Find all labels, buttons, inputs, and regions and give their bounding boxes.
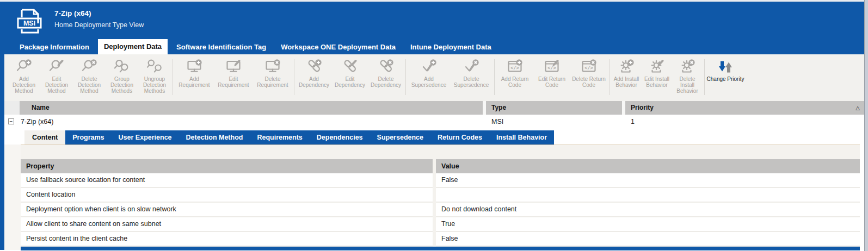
view-subtitle: Home Deployment Type View [54, 21, 144, 29]
property-value-cell[interactable]: False [436, 173, 860, 188]
grid-corner-cell [4, 101, 20, 115]
deployment-type-view-window: MSI 7-Zip (x64) Home Deployment Type Vie… [0, 0, 868, 251]
gear-delete-icon [679, 59, 695, 75]
button-label: Delete Install Behavior [672, 76, 703, 94]
svg-text:</>: </> [584, 66, 593, 71]
sort-ascending-icon[interactable]: △ [855, 101, 860, 115]
button-label: Add Dependency [296, 76, 332, 88]
button-label: Edit Install Behavior [642, 76, 672, 88]
subtab-install-behavior[interactable]: Install Behavior [489, 130, 554, 145]
button-label: Add Install Behavior [611, 76, 642, 88]
property-name-cell: Deployment option when client is on slow… [21, 203, 433, 217]
edit-install-behavior-button[interactable]: Edit Install Behavior [642, 58, 672, 88]
button-label: Group Detection Methods [106, 76, 138, 94]
edit-detection-method-button[interactable]: Edit Detection Method [40, 58, 73, 94]
subtab-requirements[interactable]: Requirements [250, 130, 309, 145]
property-row[interactable]: Persist content in the client cache Fals… [21, 232, 860, 247]
deployment-type-row[interactable]: − 7-Zip (x64) MSI 1 [4, 115, 864, 129]
column-header-priority[interactable]: Priority △ [625, 101, 864, 115]
monitor-add-icon [186, 59, 202, 75]
msi-file-icon: MSI [15, 8, 44, 37]
add-dependency-button[interactable]: Add Dependency [296, 58, 332, 88]
property-value-cell[interactable]: Do not download content [436, 203, 860, 217]
delete-install-behavior-button[interactable]: Delete Install Behavior [672, 58, 703, 94]
button-label: Delete Detection Method [73, 76, 106, 94]
svg-text:</>: </> [510, 66, 519, 71]
subtab-dependencies[interactable]: Dependencies [310, 130, 370, 145]
column-header-name[interactable]: Name [20, 101, 483, 115]
add-requirement-button[interactable]: Add Requirement [175, 58, 214, 88]
change-priority-button[interactable]: Change Priority [706, 58, 744, 82]
button-label: Edit Dependency [332, 76, 368, 88]
button-label: Edit Return Code [533, 76, 570, 88]
subtab-detection-method[interactable]: Detection Method [179, 130, 250, 145]
property-value-cell[interactable]: True [436, 217, 860, 232]
edit-requirement-button[interactable]: Edit Requirement [214, 58, 253, 88]
add-install-behavior-button[interactable]: Add Install Behavior [611, 58, 642, 88]
subtab-supersedence[interactable]: Supersedence [370, 130, 430, 145]
row-name-cell[interactable]: 7-Zip (x64) [20, 115, 483, 129]
row-type-cell[interactable]: MSI [486, 115, 622, 129]
row-priority-cell[interactable]: 1 [625, 115, 864, 129]
group-detection-methods-button[interactable]: Group Detection Methods [106, 58, 138, 94]
row-header-cell: − [4, 115, 20, 129]
column-header-value[interactable]: Value [436, 159, 860, 173]
edit-dependency-button[interactable]: Edit Dependency [332, 58, 368, 88]
button-label: Add Detection Method [8, 76, 40, 94]
subtab-group: Programs User Experience Detection Metho… [65, 130, 554, 145]
window-left-accent-bar [0, 2, 4, 250]
screwdriver-add-icon [421, 59, 437, 75]
window-right-edge[interactable] [864, 0, 868, 251]
header-banner: MSI 7-Zip (x64) Home Deployment Type Vie… [4, 2, 864, 54]
property-row[interactable]: Deployment option when client is on slow… [21, 203, 860, 217]
tab-deployment-data[interactable]: Deployment Data [98, 39, 168, 54]
subtab-return-codes[interactable]: Return Codes [430, 130, 489, 145]
button-label: Delete Dependency [368, 76, 404, 88]
code-window-delete-icon: </> [581, 59, 597, 75]
tab-software-identification-tag[interactable]: Software Identification Tag [170, 40, 272, 54]
monitor-edit-icon [225, 59, 242, 75]
tab-intune-deployment-data[interactable]: Intune Deployment Data [404, 40, 497, 54]
edit-return-code-button[interactable]: </> Edit Return Code [533, 58, 570, 88]
button-label: Add Requirement [175, 76, 214, 88]
add-return-code-button[interactable]: </> Add Return Code [496, 58, 533, 88]
gear-add-icon [618, 59, 635, 75]
button-label: Edit Requirement [214, 76, 253, 88]
property-row[interactable]: Use fallback source location for content… [21, 173, 860, 188]
toolbar-separator [405, 59, 406, 95]
button-label: Add Return Code [496, 76, 533, 88]
tab-package-information[interactable]: Package Information [14, 40, 95, 54]
ungroup-detection-methods-button[interactable]: Ungroup Detection Methods [138, 58, 171, 94]
delete-supersedence-button[interactable]: Delete Supersedence [450, 58, 493, 88]
magnifier-add-icon [16, 59, 32, 75]
column-header-property[interactable]: Property [21, 159, 433, 173]
subtab-user-experience[interactable]: User Experience [112, 130, 179, 145]
add-detection-method-button[interactable]: Add Detection Method [8, 58, 40, 94]
delete-dependency-button[interactable]: Delete Dependency [368, 58, 404, 88]
subtab-content[interactable]: Content [24, 130, 65, 145]
property-row[interactable]: Content location [21, 188, 860, 203]
svg-text:</>: </> [547, 66, 556, 71]
add-supersedence-button[interactable]: Add Supersedence [408, 58, 450, 88]
property-value-cell[interactable] [436, 188, 860, 203]
subtab-programs[interactable]: Programs [65, 130, 111, 145]
deployment-detail-tab-bar: Content Programs User Experience Detecti… [24, 130, 554, 145]
toolbar-separator [294, 59, 294, 95]
property-table-header: Property Value [21, 159, 860, 173]
chain-delete-icon [378, 59, 394, 75]
property-table: Property Value Use fallback source locat… [21, 159, 860, 250]
delete-requirement-button[interactable]: Delete Requirement [253, 58, 292, 88]
column-header-type[interactable]: Type [486, 101, 622, 115]
property-row[interactable]: Allow client to share content on same su… [21, 217, 860, 232]
toolbar-separator [609, 59, 610, 95]
column-header-priority-label: Priority [631, 101, 654, 115]
tab-workspace-one-deployment-data[interactable]: Workspace ONE Deployment Data [275, 40, 402, 54]
delete-detection-method-button[interactable]: Delete Detection Method [73, 58, 106, 94]
collapse-expander-icon[interactable]: − [8, 118, 14, 124]
delete-return-code-button[interactable]: </> Delete Return Code [570, 58, 607, 88]
content-tab-panel: Property Value Use fallback source locat… [21, 145, 860, 250]
magnifier-delete-icon [81, 59, 97, 75]
button-label: Delete Supersedence [450, 76, 493, 88]
property-name-cell: Use fallback source location for content [21, 173, 433, 188]
property-value-cell[interactable]: False [436, 232, 860, 247]
